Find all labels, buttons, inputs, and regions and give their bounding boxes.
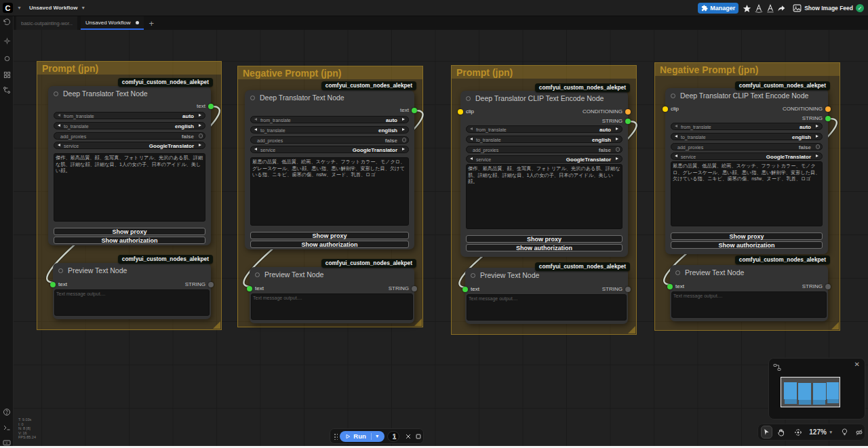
workflow-dropdown-icon[interactable]: ▼ (81, 5, 85, 10)
star-icon[interactable] (741, 0, 753, 16)
workflow-history-icon[interactable] (2, 18, 12, 27)
manager-button[interactable]: Manager (698, 3, 738, 14)
comfyui-logo[interactable]: C (3, 3, 13, 13)
combo-right-icon[interactable] (616, 157, 618, 160)
sidebar-help-icon[interactable] (2, 407, 12, 417)
toggle-knob-icon[interactable] (816, 144, 821, 149)
widget-add-proxies[interactable]: add_proxies false (671, 143, 823, 150)
collapse-dot-icon[interactable] (58, 268, 63, 273)
combo-right-icon[interactable] (816, 125, 818, 127)
show-proxy-button[interactable]: Show proxy (466, 235, 623, 243)
combo-right-icon[interactable] (199, 144, 201, 146)
combo-right-icon[interactable] (616, 138, 618, 140)
combo-left-icon[interactable] (58, 124, 60, 127)
combo-right-icon[interactable] (199, 114, 201, 117)
combo-left-icon[interactable] (470, 157, 473, 160)
select-tool-button[interactable] (761, 426, 772, 439)
prompt-textarea[interactable]: 最悪の品質、低品質、絵画、スケッチ、フラットカラー、モノクロ、グレースケール、悪… (250, 157, 409, 226)
show-proxy-button[interactable]: Show proxy (54, 228, 205, 235)
group-header[interactable]: Prompt (jpn) (452, 66, 636, 79)
combo-left-icon[interactable] (675, 135, 677, 138)
widget-from-translate[interactable]: from_translate auto (250, 116, 409, 123)
input-slot-clip[interactable] (458, 109, 463, 115)
node-titlebar[interactable]: Deep Translator Text Node (48, 86, 211, 101)
prompt-textarea[interactable]: 最悪の品質、低品質、絵画、スケッチ、フラットカラー、モノクロ、グレースケール、悪… (671, 161, 823, 226)
show-image-feed[interactable]: Show Image Feed ✓ (793, 4, 864, 12)
show-authorization-button[interactable]: Show authorization (54, 237, 205, 244)
widget-service[interactable]: service GoogleTranslator (250, 146, 409, 153)
minimap-close-icon[interactable]: ✕ (854, 361, 860, 368)
collapse-dot-icon[interactable] (471, 273, 475, 278)
preview-textarea[interactable]: Text message output.... (671, 291, 827, 318)
sidebar-workflows-icon[interactable] (2, 85, 12, 95)
output-slot-string[interactable] (625, 119, 631, 124)
spinner-icon[interactable]: ▲▼ (393, 432, 396, 441)
toggle-knob-icon[interactable] (402, 138, 407, 142)
output-slot-string[interactable] (208, 282, 214, 287)
widget-to-translate[interactable]: to_translate english (466, 136, 623, 143)
combo-right-icon[interactable] (402, 148, 405, 150)
show-proxy-button[interactable]: Show proxy (671, 232, 823, 240)
combo-left-icon[interactable] (254, 128, 257, 131)
toggle-knob-icon[interactable] (199, 134, 203, 138)
widget-add-proxies[interactable]: add_proxies false (466, 146, 623, 153)
share-icon[interactable] (776, 0, 787, 16)
output-slot-conditioning[interactable] (625, 109, 631, 115)
collapse-dot-icon[interactable] (255, 272, 260, 277)
drag-handle-icon[interactable] (334, 433, 338, 440)
node-preview-text[interactable]: Preview Text Node text STRING Text messa… (250, 267, 414, 323)
prompt-textarea[interactable]: 傑作、最高品質、顔、生写真、フォトリアル、光沢のある肌、詳細な肌、詳細な顔、詳細… (466, 164, 623, 229)
output-slot-string[interactable] (412, 286, 417, 291)
minimap-panel[interactable]: ✕ (768, 358, 865, 420)
toggle-theme-button[interactable] (839, 426, 850, 439)
batch-count-input[interactable]: 1 ▲▼ (387, 431, 400, 442)
clear-queue-button[interactable] (403, 430, 412, 442)
menu-collapse-icon[interactable]: ▼ (17, 5, 22, 10)
widget-from-translate[interactable]: from_translate auto (466, 125, 623, 133)
widget-to-translate[interactable]: to_translate english (54, 122, 205, 129)
workflow-title[interactable]: Unsaved Workflow (29, 5, 77, 11)
node-deep-translator-text[interactable]: Deep Translator Text Node text from_tran… (48, 86, 211, 245)
collapse-dot-icon[interactable] (54, 91, 58, 96)
node-deep-translator-clip-encode[interactable]: Deep Translator CLIP Text Encode Node cl… (665, 88, 828, 254)
node-titlebar[interactable]: Deep Translator CLIP Text Encode Node (460, 91, 628, 106)
sidebar-node-library-icon[interactable] (2, 54, 12, 63)
show-authorization-button[interactable]: Show authorization (250, 241, 409, 248)
input-slot-text[interactable] (462, 287, 468, 292)
widget-add-proxies[interactable]: add_proxies false (250, 136, 409, 144)
group-resize-handle[interactable] (831, 322, 839, 329)
toggle-knob-icon[interactable] (616, 147, 620, 152)
combo-left-icon[interactable] (675, 125, 677, 127)
combo-right-icon[interactable] (402, 128, 405, 131)
input-slot-text[interactable] (50, 282, 56, 287)
collapse-dot-icon[interactable] (675, 270, 680, 275)
collapse-dot-icon[interactable] (671, 94, 675, 98)
combo-left-icon[interactable] (254, 148, 257, 150)
stop-button[interactable] (414, 430, 423, 442)
group-header[interactable]: Negative Prompt (jpn) (655, 63, 840, 76)
combo-left-icon[interactable] (58, 144, 60, 146)
node-titlebar[interactable]: Preview Text Node (250, 267, 414, 282)
widget-add-proxies[interactable]: add_proxies false (54, 132, 205, 140)
input-slot-clip[interactable] (663, 106, 668, 112)
node-titlebar[interactable]: Deep Translator CLIP Text Encode Node (665, 88, 828, 103)
input-slot-text[interactable] (247, 286, 252, 291)
translate-a-icon[interactable] (753, 0, 764, 16)
group-header[interactable]: Negative Prompt (jpn) (238, 66, 422, 79)
output-slot-string[interactable] (825, 284, 831, 289)
widget-from-translate[interactable]: from_translate auto (54, 112, 205, 119)
new-tab-button[interactable]: + (145, 16, 159, 30)
output-slot-string[interactable] (825, 116, 831, 121)
group-resize-handle[interactable] (213, 321, 220, 329)
node-titlebar[interactable]: Preview Text Node (670, 265, 828, 280)
combo-right-icon[interactable] (616, 127, 618, 130)
node-preview-text[interactable]: Preview Text Node text STRING Text messa… (465, 268, 628, 324)
show-authorization-button[interactable]: Show authorization (466, 244, 623, 251)
widget-service[interactable]: service GoogleTranslator (671, 152, 823, 160)
tab-basic-outpainting[interactable]: basic-outpainting-wor... (16, 16, 77, 30)
translate-a-alt-icon[interactable] (764, 0, 776, 16)
widget-from-translate[interactable]: from_translate auto (671, 123, 823, 130)
fit-view-button[interactable] (793, 426, 804, 439)
sidebar-queue-icon[interactable] (2, 36, 12, 45)
node-titlebar[interactable]: Preview Text Node (53, 263, 211, 278)
